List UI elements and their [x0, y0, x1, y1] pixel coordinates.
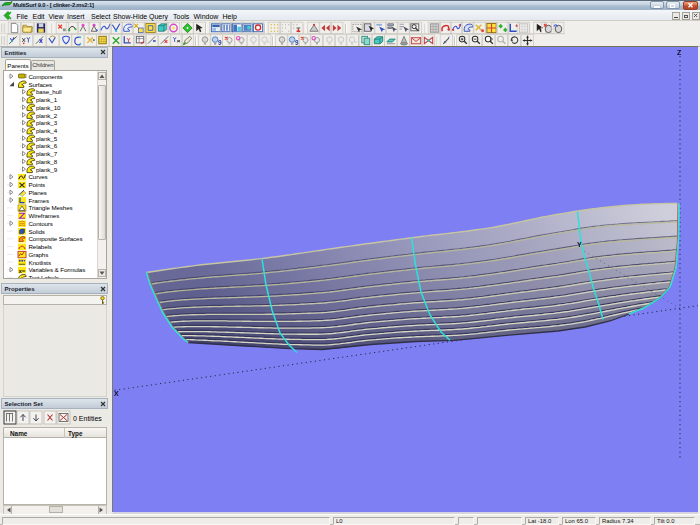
svg-text:Contours: Contours: [29, 219, 53, 226]
svg-text:plank_2: plank_2: [36, 111, 58, 118]
svg-text:x=: x=: [19, 267, 26, 273]
svg-text:Graphs: Graphs: [29, 250, 49, 257]
svg-text:Surfaces: Surfaces: [29, 80, 53, 87]
svg-text:plank_5: plank_5: [36, 134, 58, 141]
svg-text:0 Entities: 0 Entities: [73, 415, 102, 422]
svg-text:X: X: [114, 390, 119, 397]
svg-text:Text Labels: Text Labels: [29, 274, 59, 279]
svg-text:Frames: Frames: [29, 196, 49, 203]
svg-text:Knotlists: Knotlists: [29, 258, 52, 265]
svg-text:Wireframes: Wireframes: [29, 212, 60, 219]
svg-text:plank_10: plank_10: [36, 103, 61, 110]
svg-text:Variables & Formulas: Variables & Formulas: [29, 266, 86, 273]
svg-text:Composite Surfaces: Composite Surfaces: [29, 235, 83, 242]
svg-text:plank_1: plank_1: [36, 96, 58, 103]
svg-text:plank_7: plank_7: [36, 150, 58, 157]
svg-text:Triangle Meshes: Triangle Meshes: [29, 204, 73, 211]
svg-text:plank_9: plank_9: [36, 165, 58, 172]
svg-text:plank_3: plank_3: [36, 119, 58, 126]
svg-text:Curves: Curves: [29, 173, 48, 180]
svg-text:Z: Z: [677, 49, 682, 56]
svg-text:Points: Points: [29, 181, 46, 188]
svg-text:plank_4: plank_4: [36, 126, 58, 133]
svg-text:Planes: Planes: [29, 188, 47, 195]
svg-text:Y: Y: [577, 241, 582, 248]
svg-text:base_hull: base_hull: [36, 88, 62, 95]
svg-text:plank_6: plank_6: [36, 142, 58, 149]
svg-text:Solids: Solids: [29, 227, 45, 234]
svg-text:plank_8: plank_8: [36, 157, 58, 164]
svg-text:Relabels: Relabels: [29, 243, 52, 250]
svg-text:Components: Components: [29, 72, 63, 79]
